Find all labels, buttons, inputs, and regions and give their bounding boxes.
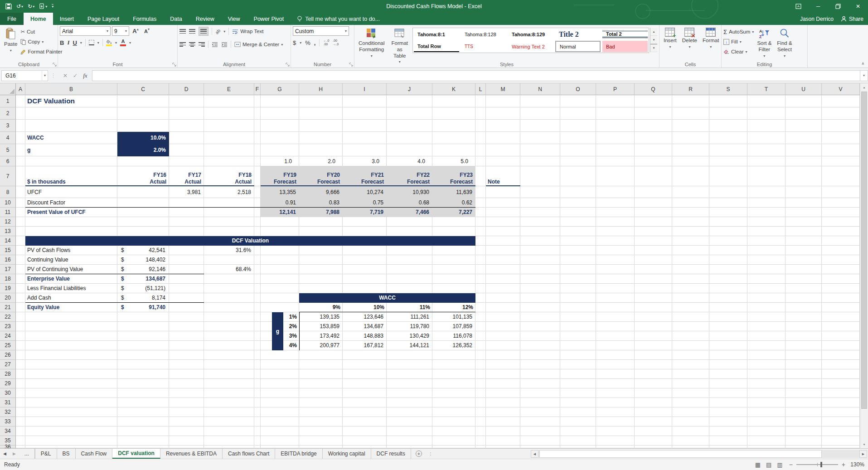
cell-B14[interactable]: DCF Valuation (25, 236, 475, 246)
row-header-32[interactable]: 32 (0, 407, 16, 417)
paste-button[interactable]: Paste ▾ (2, 26, 19, 60)
align-middle-icon[interactable] (189, 29, 195, 34)
horizontal-scrollbar[interactable]: ◀ ▶ (531, 450, 867, 458)
cell-K8[interactable]: 11,639 (432, 186, 475, 198)
cell-B15[interactable]: PV of Cash Flows (25, 246, 117, 255)
next-sheet-icon[interactable]: ▶ (10, 449, 19, 459)
merge-center-button[interactable]: Merge & Center▾ (234, 40, 283, 49)
style-tahoma-8-1[interactable]: Tahoma:8:1 (414, 29, 459, 40)
cell-J7[interactable]: FY22 Forecast (387, 166, 432, 186)
row-header-23[interactable]: 23 (0, 322, 16, 331)
touch-mode-icon[interactable]: ▾ (39, 3, 47, 10)
row-header-22[interactable]: 22 (0, 312, 16, 322)
column-header-C[interactable]: C (117, 83, 169, 95)
underline-button[interactable]: U (73, 39, 77, 46)
borders-button[interactable] (89, 40, 94, 45)
cell-D7[interactable]: FY17 Actual (169, 166, 204, 186)
find-select-button[interactable]: Find & Select▾ (775, 26, 794, 60)
style-tts[interactable]: TTS (461, 41, 506, 52)
cell-E8[interactable]: 2,518 (204, 186, 254, 198)
style-total-row[interactable]: Total Row (414, 41, 459, 52)
cell-B17[interactable]: PV of Continuing Value (25, 265, 117, 274)
sheet-tab-bs[interactable]: BS (57, 449, 76, 459)
font-size-select[interactable]: 9▾ (112, 26, 129, 36)
cell-B16[interactable]: Continuing Value (25, 255, 117, 265)
cell-M7[interactable]: Note (486, 166, 520, 186)
orientation-button[interactable]: ab (215, 29, 220, 34)
scroll-left-icon[interactable]: ◀ (531, 450, 538, 458)
align-bottom-icon[interactable] (199, 27, 209, 36)
cell-G25[interactable]: 4% (261, 341, 299, 350)
autosum-button[interactable]: ΣAutoSum▾ (723, 27, 754, 36)
cell-K23[interactable]: 107,859 (432, 322, 475, 331)
column-header-Q[interactable]: Q (635, 83, 672, 95)
row-header-4[interactable]: 4 (0, 132, 16, 144)
horizontal-scroll-thumb[interactable] (539, 450, 822, 458)
cell-B11[interactable]: Present Value of UFCF (25, 208, 117, 217)
cell-I25[interactable]: 167,812 (343, 341, 387, 350)
cell-I10[interactable]: 0.75 (343, 198, 387, 208)
restore-icon[interactable] (828, 0, 848, 13)
format-painter-button[interactable]: Format Painter (20, 47, 62, 56)
tab-review[interactable]: Review (189, 13, 221, 25)
tab-page-layout[interactable]: Page Layout (81, 13, 126, 25)
row-header-33[interactable]: 33 (0, 417, 16, 426)
row-header-19[interactable]: 19 (0, 284, 16, 293)
row-header-3[interactable]: 3 (0, 120, 16, 132)
signed-in-user[interactable]: Jason Derrico (800, 16, 834, 22)
share-button[interactable]: Share (841, 16, 863, 22)
cell-H7[interactable]: FY20 Forecast (299, 166, 343, 186)
insert-cells-button[interactable]: + Insert▾ (661, 26, 679, 60)
cell-J24[interactable]: 130,429 (387, 331, 432, 341)
style-total-2[interactable]: Total 2 (602, 31, 648, 38)
format-cells-button[interactable]: Format▾ (700, 26, 721, 60)
cell-E17[interactable]: 68.4% (204, 265, 254, 274)
cut-button[interactable]: ✂Cut (20, 27, 62, 36)
tab-view[interactable]: View (221, 13, 247, 25)
cell-H10[interactable]: 0.83 (299, 198, 343, 208)
font-name-select[interactable]: Arial▾ (60, 26, 111, 36)
row-header-34[interactable]: 34 (0, 426, 16, 436)
align-center-icon[interactable] (189, 42, 195, 47)
row-header-5[interactable]: 5 (0, 144, 16, 156)
sheet-tab-overflow[interactable]: ... (19, 449, 35, 459)
sheet-tab-p-l[interactable]: P&L (35, 449, 57, 459)
close-icon[interactable]: ✕ (848, 0, 868, 13)
fill-button[interactable]: ↓Fill▾ (723, 37, 754, 46)
cell-I22[interactable]: 123,646 (343, 312, 387, 322)
column-header-H[interactable]: H (299, 83, 343, 95)
cell-H20[interactable]: WACC (299, 293, 475, 303)
cell-K21[interactable]: 12% (432, 303, 475, 312)
column-header-P[interactable]: P (596, 83, 635, 95)
decrease-indent-icon[interactable] (212, 42, 218, 47)
accounting-format-button[interactable]: $ (293, 39, 296, 46)
bold-button[interactable]: B (60, 39, 64, 46)
cell-J22[interactable]: 111,261 (387, 312, 432, 322)
format-as-table-button[interactable]: Format as Table▾ (388, 26, 412, 60)
ribbon-display-options-icon[interactable] (788, 0, 808, 13)
scroll-down-icon[interactable]: ▾ (860, 441, 868, 448)
style-warning-text-2[interactable]: Warning Text 2 (508, 41, 553, 52)
cell-C5[interactable]: 2.0% (117, 144, 169, 156)
clear-button[interactable]: Clear▾ (723, 47, 754, 56)
row-header-30[interactable]: 30 (0, 388, 16, 398)
cell-C4[interactable]: 10.0% (117, 132, 169, 144)
vertical-scrollbar[interactable]: ▴ ▾ (860, 83, 868, 448)
cell-K11[interactable]: 7,227 (432, 208, 475, 217)
row-header-21[interactable]: 21 (0, 303, 16, 312)
row-header-14[interactable]: 14 (0, 236, 16, 246)
increase-indent-icon[interactable] (221, 42, 228, 47)
row-header-1[interactable]: 1 (0, 95, 16, 107)
cell-G6[interactable]: 1.0 (261, 156, 299, 166)
column-header-B[interactable]: B (25, 83, 117, 95)
cell-K10[interactable]: 0.62 (432, 198, 475, 208)
scroll-up-icon[interactable]: ▴ (860, 83, 868, 91)
zoom-in-icon[interactable]: + (842, 461, 845, 468)
row-header-8[interactable]: 8 (0, 186, 16, 198)
cell-J11[interactable]: 7,466 (387, 208, 432, 217)
redo-icon[interactable]: ↻▾ (28, 3, 34, 10)
cell-C18[interactable]: $134,687 (117, 274, 169, 284)
cell-K22[interactable]: 101,135 (432, 312, 475, 322)
row-header-2[interactable]: 2 (0, 107, 16, 120)
row-header-31[interactable]: 31 (0, 398, 16, 407)
